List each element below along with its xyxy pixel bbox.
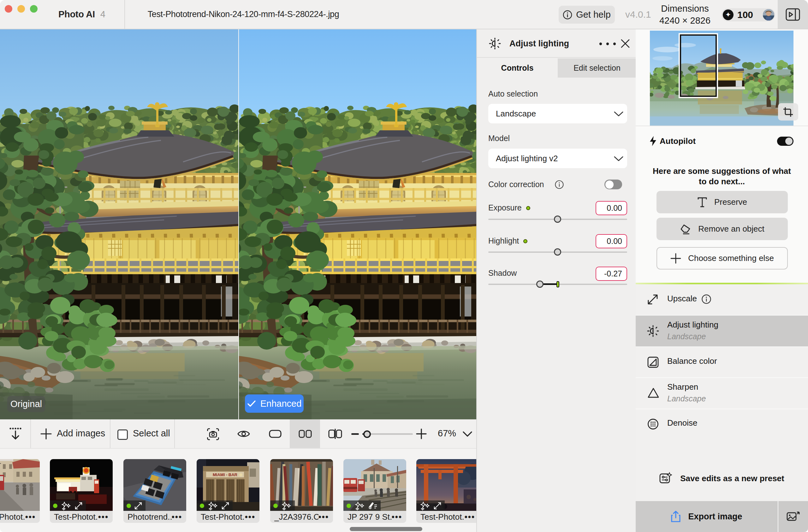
svg-text:MIAMI - BAR: MIAMI - BAR xyxy=(213,472,238,477)
